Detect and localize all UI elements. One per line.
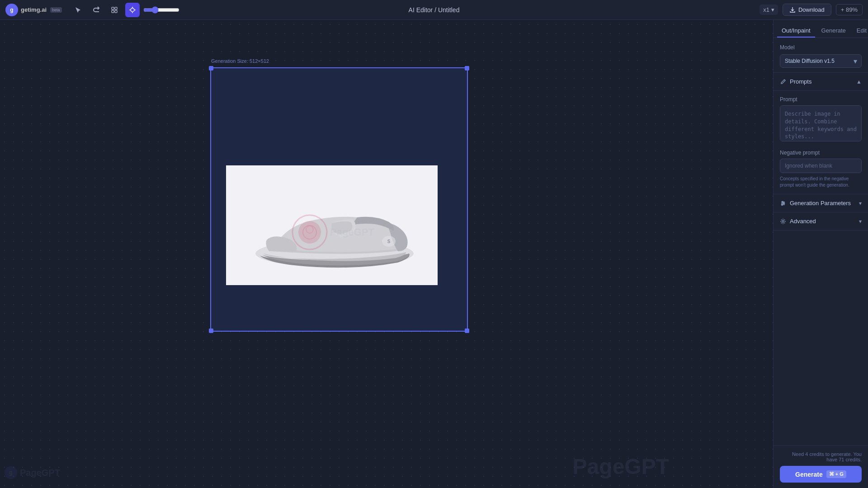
shoe-image-container: S PageGPT — [226, 165, 438, 285]
tab-outinpaint[interactable]: Out/Inpaint — [777, 24, 815, 38]
beta-badge: beta — [50, 7, 62, 13]
select-tool-button[interactable] — [71, 3, 85, 17]
corner-handle-tl[interactable] — [209, 66, 213, 70]
generation-parameters-header[interactable]: Generation Parameters ▾ — [774, 194, 868, 212]
svg-point-18 — [783, 202, 785, 204]
svg-point-19 — [782, 204, 783, 205]
svg-point-10 — [298, 221, 321, 244]
prompt-label: Prompt — [780, 96, 862, 103]
generate-label: Generate — [795, 471, 823, 478]
logo-icon: g — [5, 4, 18, 16]
model-section: Model Stable Diffusion v1.5 — [774, 38, 868, 73]
canvas-area[interactable]: Generation Size: 512×512 — [0, 20, 773, 488]
generation-parameters-label: Generation Parameters — [790, 200, 851, 206]
sliders-icon — [780, 200, 786, 206]
advanced-chevron-icon: ▾ — [859, 218, 862, 225]
shoe-image: S PageGPT — [226, 165, 438, 285]
panel-tabs: Out/Inpaint Generate Edit — [774, 20, 868, 38]
generation-parameters-chevron-icon: ▾ — [859, 200, 862, 206]
bottom-left-watermark: g PageGPT — [5, 466, 60, 479]
model-select-wrapper: Stable Diffusion v1.5 — [780, 54, 862, 68]
outpaint-tool-button[interactable] — [125, 3, 140, 17]
svg-text:PageGPT: PageGPT — [330, 226, 374, 238]
svg-point-20 — [782, 221, 784, 222]
zoom-value: x1 — [763, 6, 769, 13]
brush-size-slider[interactable] — [143, 6, 179, 14]
tab-generate[interactable]: Generate — [817, 24, 850, 38]
prompts-content: Prompt Negative prompt Concepts specifie… — [774, 91, 868, 194]
app-name: getimg.ai — [21, 6, 47, 13]
logo-area: g getimg.ai beta — [5, 4, 62, 16]
toolbar: g getimg.ai beta AI Editor / Untitled x1… — [0, 0, 868, 20]
tab-edit[interactable]: Edit — [852, 24, 868, 38]
svg-rect-3 — [115, 10, 117, 13]
generation-box: Generation Size: 512×512 — [210, 67, 468, 332]
history-button[interactable] — [107, 3, 122, 17]
redo-button[interactable] — [89, 3, 104, 17]
generation-size-label: Generation Size: 512×512 — [211, 58, 269, 64]
generate-shortcut: ⌘ + G — [826, 470, 846, 478]
download-button[interactable]: Download — [783, 4, 831, 16]
model-select[interactable]: Stable Diffusion v1.5 — [780, 54, 862, 68]
generate-button[interactable]: Generate ⌘ + G — [780, 466, 862, 483]
prompts-header[interactable]: Prompts ▲ — [774, 73, 868, 91]
negative-prompt-input[interactable] — [780, 159, 862, 173]
toolbar-right: x1 ▾ Download + 89% — [760, 4, 863, 16]
zoom-percent-label: + 89% — [841, 6, 858, 13]
svg-point-17 — [782, 201, 783, 202]
advanced-header[interactable]: Advanced ▾ — [774, 212, 868, 230]
main-content: Generation Size: 512×512 — [0, 20, 868, 488]
model-label: Model — [780, 44, 862, 51]
svg-point-4 — [131, 8, 134, 12]
settings-icon — [780, 218, 786, 225]
brush-size-slider-group — [143, 6, 179, 14]
zoom-percent-button[interactable]: + 89% — [836, 4, 863, 15]
corner-handle-tr[interactable] — [465, 66, 469, 70]
negative-prompt-hint: Concepts specified in the negative promp… — [780, 176, 862, 188]
panel-spacer — [774, 230, 868, 446]
page-title: AI Editor / Untitled — [409, 6, 460, 14]
prompts-label: Prompts — [790, 78, 811, 85]
bottom-right-watermark: PageGPT — [573, 454, 669, 479]
prompt-textarea[interactable] — [780, 105, 862, 141]
credits-text: Need 4 credits to generate. You have 71 … — [780, 451, 862, 462]
zoom-indicator[interactable]: x1 ▾ — [760, 5, 778, 15]
negative-prompt-label: Negative prompt — [780, 150, 862, 156]
prompts-chevron-icon: ▲ — [856, 79, 862, 85]
svg-rect-1 — [115, 7, 117, 9]
pencil-icon — [780, 79, 786, 85]
corner-handle-bl[interactable] — [209, 328, 213, 333]
svg-text:S: S — [387, 239, 391, 244]
svg-rect-2 — [112, 10, 114, 13]
svg-rect-0 — [112, 7, 114, 9]
right-panel: Out/Inpaint Generate Edit Model Stable D… — [773, 20, 868, 488]
advanced-label: Advanced — [790, 218, 816, 225]
corner-handle-br[interactable] — [465, 328, 469, 333]
generate-footer: Need 4 credits to generate. You have 71 … — [774, 446, 868, 488]
zoom-dropdown-icon: ▾ — [771, 6, 774, 13]
